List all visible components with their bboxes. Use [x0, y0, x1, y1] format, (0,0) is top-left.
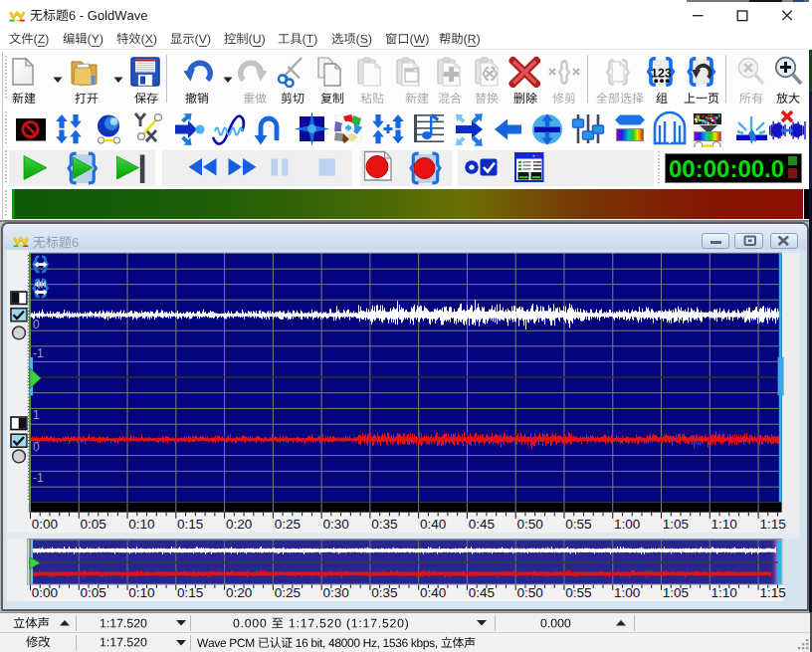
- svg-text:0:15: 0:15: [177, 585, 203, 600]
- svg-text:1:15: 1:15: [759, 585, 785, 600]
- svg-text:0:10: 0:10: [128, 517, 154, 532]
- svg-text:0:30: 0:30: [322, 517, 348, 532]
- svg-text:-1: -1: [33, 346, 44, 360]
- svg-text:0:20: 0:20: [226, 585, 252, 600]
- svg-text:1:10: 1:10: [711, 585, 737, 600]
- svg-text:1:00: 1:00: [614, 585, 640, 600]
- svg-text:1:15: 1:15: [759, 517, 785, 532]
- svg-text:0:20: 0:20: [226, 517, 252, 532]
- svg-text:0:35: 0:35: [371, 517, 397, 532]
- svg-text:0:05: 0:05: [81, 585, 106, 600]
- svg-text:1:05: 1:05: [663, 517, 689, 532]
- svg-text:0:45: 0:45: [469, 517, 495, 532]
- svg-text:0:00: 0:00: [32, 517, 58, 532]
- svg-text:1: 1: [33, 408, 40, 422]
- svg-text:1:10: 1:10: [711, 517, 737, 532]
- svg-text:0:25: 0:25: [275, 585, 301, 600]
- svg-text:0:00: 0:00: [32, 585, 58, 600]
- svg-text:1:00: 1:00: [614, 517, 640, 532]
- svg-text:0:40: 0:40: [420, 585, 446, 600]
- svg-text:0:10: 0:10: [128, 585, 154, 600]
- svg-text:0:50: 0:50: [517, 517, 543, 532]
- svg-text:0:55: 0:55: [565, 517, 591, 532]
- svg-text:0:25: 0:25: [275, 517, 301, 532]
- svg-text:0:40: 0:40: [420, 517, 446, 532]
- svg-text:-1: -1: [33, 471, 44, 485]
- svg-text:0:30: 0:30: [322, 585, 348, 600]
- svg-text:0: 0: [33, 318, 40, 331]
- svg-text:0:45: 0:45: [469, 585, 495, 600]
- svg-text:0:35: 0:35: [371, 585, 397, 600]
- svg-text:0:55: 0:55: [565, 585, 591, 600]
- svg-text:0:50: 0:50: [517, 585, 543, 600]
- svg-text:1:05: 1:05: [663, 585, 689, 600]
- svg-text:0:05: 0:05: [81, 517, 106, 532]
- svg-text:0:15: 0:15: [177, 517, 203, 532]
